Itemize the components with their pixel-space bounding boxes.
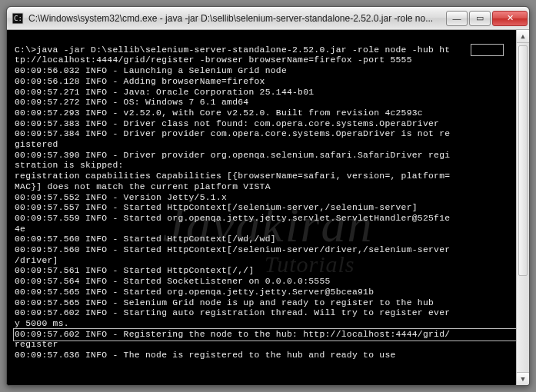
window-title: C:\Windows\system32\cmd.exe - java -jar … [28, 13, 444, 24]
scrollbar-thumb[interactable] [518, 45, 528, 276]
vertical-scrollbar[interactable]: ▲ ▼ [516, 30, 529, 385]
scroll-up-button[interactable]: ▲ [517, 30, 529, 43]
registered-highlight-box [13, 328, 518, 341]
cmd-icon: C: [12, 12, 24, 25]
titlebar[interactable]: C: C:\Windows\system32\cmd.exe - java -j… [7, 7, 529, 30]
window-controls: — ▭ ✕ [444, 11, 528, 26]
svg-text:C:: C: [14, 15, 22, 22]
console-area[interactable]: C:\>java -jar D:\sellib\selenium-server-… [7, 30, 529, 385]
minimize-button[interactable]: — [446, 11, 468, 26]
port-highlight-box [471, 44, 504, 56]
maximize-button[interactable]: ▭ [469, 11, 491, 26]
scroll-down-button[interactable]: ▼ [517, 372, 529, 385]
close-button[interactable]: ✕ [492, 11, 528, 26]
console-output: C:\>java -jar D:\sellib\selenium-server-… [15, 35, 524, 361]
cmd-window: C: C:\Windows\system32\cmd.exe - java -j… [6, 6, 530, 386]
